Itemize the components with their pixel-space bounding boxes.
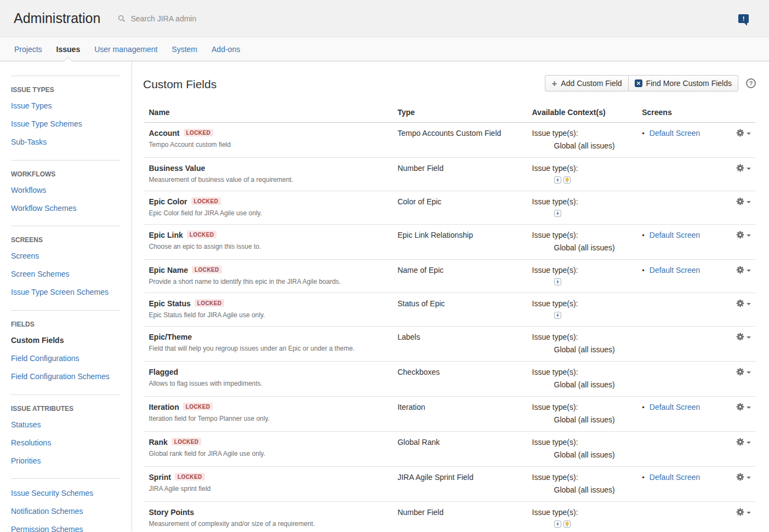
default-screen-link[interactable]: Default Screen xyxy=(650,403,700,411)
sidebar-item-resolutions[interactable]: Resolutions xyxy=(11,434,121,452)
nav-tab-user-management[interactable]: User management xyxy=(87,37,164,61)
field-description: Iteration field for Tempo Planner use on… xyxy=(149,415,398,422)
sidebar-item-workflow-schemes[interactable]: Workflow Schemes xyxy=(11,199,121,218)
chevron-down-icon xyxy=(747,512,751,514)
field-actions-menu-button[interactable] xyxy=(736,473,751,481)
sidebar-item-workflows[interactable]: Workflows xyxy=(11,181,121,199)
field-name: Epic Name xyxy=(149,266,189,274)
sidebar-item-issue-security-schemes[interactable]: Issue Security Schemes xyxy=(11,484,121,502)
field-description: Measurement of complexity and/or size of… xyxy=(149,520,398,528)
sidebar-item-issue-type-schemes[interactable]: Issue Type Schemes xyxy=(11,115,121,133)
nav-tab-system[interactable]: System xyxy=(164,37,204,61)
column-header-name: Name xyxy=(144,105,398,123)
nav-tab-projects[interactable]: Projects xyxy=(7,37,49,61)
table-row-epic-link: Epic LinkLOCKED Choose an epic to assign… xyxy=(144,225,755,260)
field-actions-menu-button[interactable] xyxy=(736,164,751,172)
context-label: Issue type(s): xyxy=(532,438,642,447)
field-name: Epic Status xyxy=(149,299,191,308)
epic-issue-type-icon xyxy=(554,312,561,319)
sidebar-section-heading: ISSUE TYPES xyxy=(11,86,121,94)
field-description: Allows to flag issues with impediments. xyxy=(149,380,398,387)
gear-icon xyxy=(736,438,744,446)
sidebar-item-issue-types[interactable]: Issue Types xyxy=(11,97,121,115)
default-screen-link[interactable]: Default Screen xyxy=(650,473,700,482)
context-label: Issue type(s): xyxy=(532,129,642,138)
sidebar-section-heading: FIELDS xyxy=(11,321,121,328)
field-actions-menu-button[interactable] xyxy=(736,508,751,516)
admin-header: Administration ! xyxy=(0,0,769,37)
field-actions-menu-button[interactable] xyxy=(736,403,751,411)
field-name: Iteration xyxy=(149,403,179,411)
chevron-down-icon xyxy=(747,477,751,479)
add-custom-field-button[interactable]: + Add Custom Field xyxy=(545,75,628,91)
field-actions-menu-button[interactable] xyxy=(736,231,751,239)
field-actions-menu-button[interactable] xyxy=(736,299,751,307)
context-label: Issue type(s): xyxy=(532,368,642,376)
help-icon[interactable]: ? xyxy=(746,78,756,88)
table-row-epic-status: Epic StatusLOCKED Epic Status field for … xyxy=(144,293,755,327)
field-actions-menu-button[interactable] xyxy=(736,129,751,137)
field-name: Flagged xyxy=(149,368,179,376)
field-actions-menu-button[interactable] xyxy=(736,368,751,376)
epic-issue-type-icon xyxy=(554,210,561,217)
plus-icon: + xyxy=(551,79,557,88)
field-description: JIRA Agile sprint field xyxy=(149,485,398,493)
column-header-screens: Screens xyxy=(642,105,727,123)
field-name: Epic/Theme xyxy=(149,333,192,341)
field-actions-menu-button[interactable] xyxy=(736,197,751,205)
sidebar-item-statuses[interactable]: Statuses xyxy=(11,416,121,434)
sidebar-item-permission-schemes[interactable]: Permission Schemes xyxy=(11,520,121,532)
field-name: Epic Color xyxy=(149,197,187,206)
search-icon xyxy=(118,15,126,22)
context-label: Issue type(s): xyxy=(532,231,642,239)
sidebar-item-field-configuration-schemes[interactable]: Field Configuration Schemes xyxy=(11,368,121,386)
global-context-label: Global (all issues) xyxy=(554,485,615,494)
admin-quicksearch[interactable] xyxy=(118,14,255,24)
locked-badge: LOCKED xyxy=(172,438,202,445)
feedback-icon[interactable]: ! xyxy=(738,14,749,23)
sidebar-item-priorities[interactable]: Priorities xyxy=(11,452,121,470)
bullet-icon: • xyxy=(642,231,645,239)
search-input[interactable] xyxy=(129,14,255,24)
epic-issue-type-icon xyxy=(554,176,561,184)
field-type: Global Rank xyxy=(397,432,532,467)
nav-tab-add-ons[interactable]: Add-ons xyxy=(204,37,247,61)
sidebar-item-issue-type-screen-schemes[interactable]: Issue Type Screen Schemes xyxy=(11,283,121,301)
sidebar-item-screens[interactable]: Screens xyxy=(11,247,121,265)
context-label: Issue type(s): xyxy=(532,299,642,308)
field-type: Name of Epic xyxy=(397,260,532,293)
field-description: Epic Color field for JIRA Agile use only… xyxy=(149,209,398,217)
sidebar-divider xyxy=(11,226,121,226)
context-value: Global (all issues) xyxy=(532,415,642,424)
default-screen-link[interactable]: Default Screen xyxy=(650,231,700,239)
default-screen-link[interactable]: Default Screen xyxy=(650,129,700,138)
gear-icon xyxy=(736,508,744,516)
field-actions-menu-button[interactable] xyxy=(736,266,751,274)
sidebar-section-heading: WORKFLOWS xyxy=(11,170,121,178)
gear-icon xyxy=(736,403,744,411)
default-screen-link[interactable]: Default Screen xyxy=(650,266,700,274)
global-context-label: Global (all issues) xyxy=(554,415,615,424)
field-actions-menu-button[interactable] xyxy=(736,438,751,446)
gear-icon xyxy=(736,299,744,307)
nav-tab-issues[interactable]: Issues xyxy=(49,37,88,61)
header-actions: + Add Custom Field Find More Custom Fiel… xyxy=(545,75,756,91)
sidebar-item-field-configurations[interactable]: Field Configurations xyxy=(11,350,121,368)
context-value xyxy=(532,312,642,319)
table-header-row: Name Type Available Context(s) Screens xyxy=(144,105,755,123)
sidebar-item-sub-tasks[interactable]: Sub-Tasks xyxy=(11,133,121,151)
admin-nav: Projects Issues User management System A… xyxy=(0,37,769,61)
global-context-label: Global (all issues) xyxy=(554,141,615,150)
table-row-epic-theme: Epic/Theme Field that will help you regr… xyxy=(144,327,755,362)
field-description: Provide a short name to identify this ep… xyxy=(149,278,398,285)
find-more-custom-fields-button[interactable]: Find More Custom Fields xyxy=(628,75,738,91)
sidebar-item-screen-schemes[interactable]: Screen Schemes xyxy=(11,265,121,283)
field-actions-menu-button[interactable] xyxy=(736,333,751,341)
context-value: Global (all issues) xyxy=(532,450,642,459)
sidebar-item-notification-schemes[interactable]: Notification Schemes xyxy=(11,502,121,520)
sidebar-item-custom-fields[interactable]: Custom Fields xyxy=(11,331,121,350)
context-value: Global (all issues) xyxy=(532,345,642,354)
field-description: Choose an epic to assign this issue to. xyxy=(149,243,398,250)
locked-badge: LOCKED xyxy=(175,473,205,480)
field-type: Status of Epic xyxy=(397,293,532,327)
